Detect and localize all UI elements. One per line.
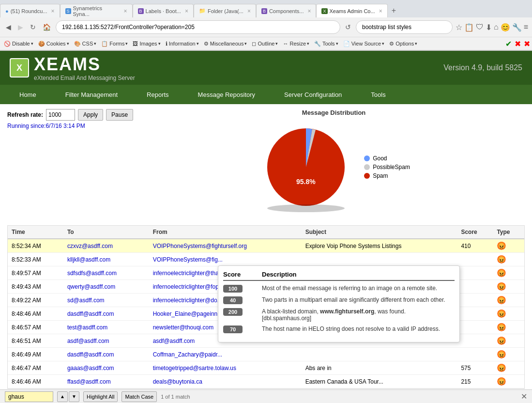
house-icon[interactable]: ⌂ bbox=[494, 23, 499, 31]
tab-close-folder[interactable]: × bbox=[247, 8, 251, 15]
tab-labels[interactable]: B Labels · Boot... × bbox=[133, 4, 194, 17]
from-link[interactable]: Hooker_Elaine@pageinn... bbox=[153, 310, 223, 317]
cell-to: asdf@asdff.com bbox=[63, 334, 149, 348]
toolbar-view-source[interactable]: 📄 View Source▾ bbox=[341, 40, 387, 47]
toolbar-options[interactable]: ⚙ Options▾ bbox=[387, 40, 419, 47]
match-case-button[interactable]: Match Case bbox=[122, 391, 157, 402]
popup-row-2: 40 Two parts in a multipart email are si… bbox=[223, 296, 455, 304]
tab-close-roundcube[interactable]: × bbox=[51, 8, 54, 15]
cell-type: 😡 bbox=[493, 361, 524, 375]
nav-server-configuration[interactable]: Server Configuration bbox=[270, 85, 356, 104]
toolbar-cookies[interactable]: 🍪 Cookies▾ bbox=[36, 40, 71, 47]
find-prev-button[interactable]: ▲ bbox=[57, 391, 68, 402]
cell-to: ffasd@asdff.com bbox=[63, 375, 149, 388]
find-close-button[interactable]: ✕ bbox=[521, 392, 527, 401]
to-link[interactable]: dasdff@asdff.com bbox=[67, 310, 114, 317]
toolbar-forms[interactable]: 📋 Forms▾ bbox=[99, 40, 130, 47]
toolbar-information[interactable]: ℹ Information▾ bbox=[164, 40, 201, 47]
refresh-url-button[interactable]: ↺ bbox=[343, 22, 353, 32]
toolbar-miscellaneous[interactable]: ⚙ Miscellaneous▾ bbox=[202, 40, 249, 47]
browser-chrome: ● (51) Roundcu... × S Synametrics Syna..… bbox=[0, 0, 532, 51]
address-bar-input[interactable] bbox=[56, 20, 340, 34]
reading-list-icon[interactable]: 📋 bbox=[464, 23, 474, 32]
to-link[interactable]: klljkll@asdff.com bbox=[67, 256, 110, 263]
score-popup: Score Description 100 Most of the email … bbox=[218, 265, 460, 342]
running-since-label: Running since: bbox=[7, 123, 46, 129]
tab-folder[interactable]: 📁 Folder (Java(... × bbox=[194, 4, 256, 17]
to-link[interactable]: asdf@asdff.com bbox=[67, 338, 109, 344]
menu-icon[interactable]: ≡ bbox=[524, 23, 528, 31]
devtools-toolbar: 🚫 Disable▾ 🍪 Cookies▾ 🎨 CSS▾ 📋 Forms▾ 🖼 … bbox=[0, 37, 532, 50]
from-link[interactable]: Coffman_Zachary@paidr... bbox=[153, 351, 222, 358]
from-link[interactable]: VOIPPhoneSystems@fighturself.org bbox=[153, 243, 247, 249]
to-link[interactable]: dasdff@asdff.com bbox=[67, 351, 114, 358]
cell-to: dasdff@asdff.com bbox=[63, 348, 149, 361]
from-link[interactable]: deals@buytonia.ca bbox=[153, 378, 202, 385]
nav-home[interactable]: Home bbox=[5, 85, 51, 104]
table-row[interactable]: 8:52:33 AM klljkll@asdff.com VOIPPhoneSy… bbox=[8, 253, 524, 266]
new-tab-button[interactable]: + bbox=[388, 4, 400, 17]
toolbar-tools[interactable]: 🔧 Tools▾ bbox=[312, 40, 340, 47]
toolbar-images[interactable]: 🖼 Images▾ bbox=[131, 40, 162, 47]
back-button[interactable]: ◀ bbox=[4, 22, 13, 32]
refresh-rate-input[interactable] bbox=[46, 109, 75, 121]
to-link[interactable]: sd@asdff.com bbox=[67, 297, 105, 304]
find-next-button[interactable]: ▼ bbox=[69, 391, 79, 402]
tab-close-xeams[interactable]: × bbox=[379, 8, 382, 15]
nav-tools[interactable]: Tools bbox=[356, 85, 400, 104]
tab-favicon-roundcube: ● bbox=[5, 8, 9, 14]
to-link[interactable]: qwerty@asdff.com bbox=[67, 283, 115, 290]
pause-button[interactable]: Pause bbox=[106, 109, 133, 121]
star-icon[interactable]: ☆ bbox=[456, 23, 462, 32]
find-input[interactable] bbox=[5, 391, 53, 402]
from-link[interactable]: infernoelectriclighter@fop... bbox=[153, 283, 224, 290]
to-link[interactable]: sdfsdfs@asdff.com bbox=[67, 270, 117, 277]
from-link[interactable]: infernoelectriclighter@tha... bbox=[153, 270, 224, 277]
toolbar-outline[interactable]: ◻ Outline▾ bbox=[250, 40, 280, 47]
extensions-icon[interactable]: 🔧 bbox=[512, 23, 522, 32]
cell-subject: Explore Voip Phone Systems Listings bbox=[302, 239, 457, 253]
from-link[interactable]: newsletter@thouqi.com bbox=[153, 324, 214, 331]
to-link[interactable]: czxvz@asdff.com bbox=[67, 243, 113, 249]
to-link[interactable]: gaaas@asdff.com bbox=[67, 365, 114, 372]
cell-score bbox=[457, 307, 493, 321]
nav-message-repository[interactable]: Message Repository bbox=[183, 85, 270, 104]
tab-xeams[interactable]: X Xeams Admin Co... × bbox=[316, 4, 387, 17]
popup-col-desc-header: Description bbox=[262, 271, 455, 278]
tab-close-components[interactable]: × bbox=[307, 8, 311, 15]
table-row[interactable]: 8:46:46 AM ffasd@asdff.com deals@buytoni… bbox=[8, 375, 524, 388]
shield-icon[interactable]: 🛡 bbox=[476, 23, 484, 31]
emoji-icon[interactable]: 😊 bbox=[501, 23, 510, 32]
toolbar-disable[interactable]: 🚫 Disable▾ bbox=[2, 40, 35, 47]
from-link[interactable]: VOIPPhoneSystems@fig... bbox=[153, 256, 223, 263]
cell-from: timetogetripped@sartre.tolaw.us bbox=[149, 361, 302, 375]
tab-close-synametrics[interactable]: × bbox=[123, 8, 127, 15]
toolbar-resize[interactable]: ↔ Resize▾ bbox=[281, 40, 311, 47]
reload-button[interactable]: ↻ bbox=[28, 22, 38, 32]
tab-favicon-components: B bbox=[261, 8, 267, 14]
table-row[interactable]: 8:46:47 AM gaaas@asdff.com timetogetripp… bbox=[8, 361, 524, 375]
table-row[interactable]: 8:46:49 AM dasdff@asdff.com Coffman_Zach… bbox=[8, 348, 524, 361]
from-link[interactable]: timetogetripped@sartre.tolaw.us bbox=[153, 365, 236, 372]
forward-button[interactable]: ▶ bbox=[16, 22, 25, 32]
home-button[interactable]: 🏠 bbox=[41, 22, 53, 32]
to-link[interactable]: ffasd@asdff.com bbox=[67, 378, 111, 385]
nav-reports[interactable]: Reports bbox=[132, 85, 183, 104]
cell-type: 😡 bbox=[493, 375, 524, 388]
nav-filter-management[interactable]: Filter Management bbox=[51, 85, 132, 104]
col-header-subject: Subject bbox=[302, 226, 457, 239]
toolbar-css[interactable]: 🎨 CSS▾ bbox=[72, 40, 99, 47]
cell-score: 215 bbox=[457, 375, 493, 388]
tab-roundcube[interactable]: ● (51) Roundcu... × bbox=[0, 4, 60, 17]
search-input[interactable] bbox=[356, 20, 453, 34]
to-link[interactable]: test@asdff.com bbox=[67, 324, 107, 331]
tab-components[interactable]: B Components... × bbox=[256, 4, 317, 17]
table-row[interactable]: 8:52:34 AM czxvz@asdff.com VOIPPhoneSyst… bbox=[8, 239, 524, 253]
from-link[interactable]: infernoelectriclighter@do... bbox=[153, 297, 222, 304]
highlight-all-button[interactable]: Highlight All bbox=[83, 391, 118, 402]
tab-close-labels[interactable]: × bbox=[185, 8, 188, 15]
download-icon[interactable]: ⬇ bbox=[486, 23, 492, 32]
apply-button[interactable]: Apply bbox=[78, 109, 103, 121]
from-link[interactable]: asdf@asdff.com bbox=[153, 338, 195, 344]
tab-synametrics[interactable]: S Synametrics Syna... × bbox=[60, 4, 133, 17]
